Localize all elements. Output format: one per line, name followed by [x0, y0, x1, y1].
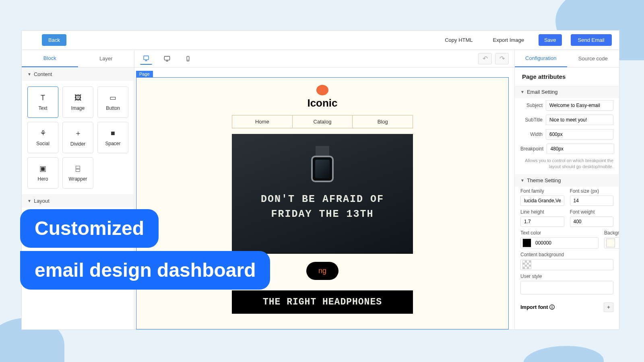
- block-label: Social: [36, 141, 50, 146]
- block-label: Hero: [37, 176, 48, 182]
- text-icon: T: [41, 94, 45, 102]
- tab-block[interactable]: Block: [22, 50, 78, 67]
- smartwatch-icon: [310, 146, 335, 185]
- right-panel: Configuration Source code Page attribute…: [514, 50, 619, 329]
- brand-logo-icon: [316, 85, 328, 95]
- block-wrapper[interactable]: ⌸ Wrapper: [62, 157, 93, 189]
- add-font-button[interactable]: +: [604, 302, 613, 312]
- block-hero[interactable]: ▣ Hero: [27, 157, 58, 189]
- line-height-label: Line height: [520, 209, 564, 215]
- redo-button[interactable]: ↷: [495, 53, 509, 64]
- hero-icon: ▣: [39, 164, 46, 173]
- font-weight-label: Font weight: [570, 209, 614, 215]
- user-style-input[interactable]: [520, 281, 613, 294]
- block-text[interactable]: T Text: [27, 86, 58, 118]
- content-bg-swatch[interactable]: [522, 260, 531, 269]
- caret-icon: ▼: [520, 90, 524, 94]
- left-tabs: Block Layer: [22, 50, 134, 68]
- svg-point-3: [188, 60, 188, 60]
- tab-configuration[interactable]: Configuration: [515, 50, 567, 67]
- marketing-callout: Customized email design dashboard: [20, 209, 270, 290]
- copy-html-button[interactable]: Copy HTML: [439, 34, 478, 46]
- caret-icon: ▼: [520, 178, 524, 183]
- background-label: Background: [604, 230, 619, 236]
- block-grid: T Text 🖼 Image ▭ Button ⚘ Social ＋ Di: [22, 81, 134, 194]
- section-layout[interactable]: ▼ Layout: [22, 194, 134, 208]
- breakpoint-help: Allows you to control on which breakpoin…: [515, 156, 619, 174]
- canvas[interactable]: Page Iconic Home Catalog Blog: [134, 68, 514, 329]
- block-image[interactable]: 🖼 Image: [62, 86, 93, 118]
- export-image-button[interactable]: Export Image: [487, 34, 530, 46]
- nav-catalog[interactable]: Catalog: [293, 115, 353, 128]
- device-edit-button[interactable]: [140, 53, 152, 65]
- canvas-frame: Iconic Home Catalog Blog: [136, 77, 509, 329]
- right-tabs: Configuration Source code: [515, 50, 619, 68]
- width-label: Width: [520, 132, 543, 137]
- page-attributes-title: Page attributes: [515, 68, 619, 86]
- block-label: Wrapper: [69, 176, 87, 182]
- content-bg-label: Content background: [520, 252, 613, 257]
- block-spacer[interactable]: ■ Spacer: [97, 122, 128, 153]
- caret-icon: ▼: [27, 199, 31, 203]
- spacer-icon: ■: [111, 129, 115, 138]
- callout-line1: Customized: [20, 209, 159, 248]
- block-social[interactable]: ⚘ Social: [27, 122, 58, 153]
- breakpoint-label: Breakpoint: [520, 146, 543, 152]
- import-font-label: Import font ⓘ: [520, 304, 555, 311]
- subtitle-input[interactable]: [546, 115, 613, 125]
- block-label: Text: [38, 105, 47, 111]
- caret-icon: ▼: [27, 72, 31, 76]
- block-divider[interactable]: ＋ Divider: [62, 122, 93, 153]
- button-icon: ▭: [109, 93, 116, 102]
- nav-blog[interactable]: Blog: [353, 115, 413, 128]
- brand-name: Iconic: [307, 97, 337, 109]
- block-label: Spacer: [105, 141, 120, 146]
- subject-input[interactable]: [546, 100, 613, 111]
- callout-line2: email design dashboard: [20, 251, 270, 290]
- social-icon: ⚘: [40, 129, 46, 138]
- topbar: Back Copy HTML Export Image Save Send Em…: [22, 31, 619, 50]
- subject-label: Subject: [520, 103, 543, 108]
- image-icon: 🖼: [74, 94, 82, 102]
- tab-layer[interactable]: Layer: [78, 50, 134, 67]
- line-height-input[interactable]: [520, 216, 564, 227]
- block-button[interactable]: ▭ Button: [97, 86, 128, 118]
- divider-icon: ＋: [74, 128, 82, 138]
- headphone-heading: The Right Headphones: [232, 290, 413, 314]
- hero-headline: Don't be afraid of Friday the 13th: [261, 192, 384, 222]
- nav-home[interactable]: Home: [232, 115, 293, 128]
- font-weight-input[interactable]: [570, 216, 614, 227]
- breakpoint-input[interactable]: [547, 144, 614, 154]
- device-mobile-button[interactable]: [182, 53, 194, 65]
- save-button[interactable]: Save: [539, 34, 562, 46]
- send-email-button[interactable]: Send Email: [571, 34, 612, 46]
- section-content[interactable]: ▼ Content: [22, 68, 134, 81]
- block-label: Image: [71, 105, 85, 111]
- font-family-label: Font family: [520, 188, 564, 194]
- center-toolbar: ↶ ↷: [134, 50, 514, 68]
- undo-button[interactable]: ↶: [478, 53, 492, 64]
- section-layout-label: Layout: [34, 198, 50, 204]
- text-color-label: Text color: [520, 230, 599, 236]
- background-swatch[interactable]: [606, 239, 615, 247]
- text-color-input[interactable]: [533, 240, 598, 246]
- user-style-label: User style: [520, 274, 613, 279]
- section-theme-setting[interactable]: ▼ Theme Setting: [515, 174, 619, 187]
- font-family-input[interactable]: [520, 195, 564, 206]
- width-input[interactable]: [546, 129, 613, 140]
- background-decoration: [523, 346, 604, 362]
- text-color-swatch[interactable]: [522, 239, 531, 247]
- svg-rect-1: [164, 56, 169, 60]
- back-button[interactable]: Back: [42, 34, 66, 46]
- background-input[interactable]: [617, 240, 619, 246]
- device-desktop-button[interactable]: [161, 53, 173, 65]
- content-bg-input[interactable]: [533, 262, 613, 267]
- font-size-input[interactable]: [570, 195, 614, 206]
- wrapper-icon: ⌸: [76, 165, 80, 173]
- shop-button[interactable]: ng: [306, 262, 339, 280]
- section-email-setting[interactable]: ▼ Email Setting: [515, 86, 619, 98]
- tab-source-code[interactable]: Source code: [567, 50, 619, 67]
- svg-rect-0: [144, 56, 149, 60]
- section-content-label: Content: [34, 71, 52, 77]
- subtitle-label: SubTitle: [520, 117, 543, 123]
